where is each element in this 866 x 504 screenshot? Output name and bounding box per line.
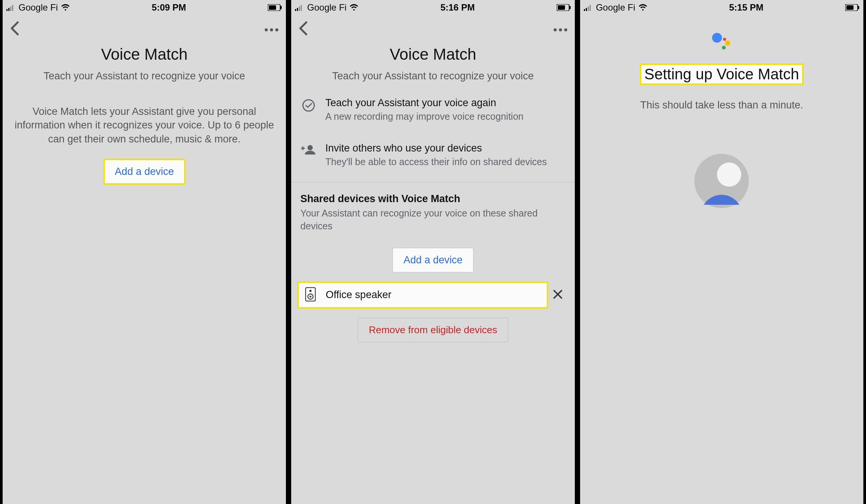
speaker-icon <box>305 287 316 303</box>
checkmark-circle-icon <box>300 97 317 112</box>
nav-bar <box>3 15 286 42</box>
clock-time: 5:15 PM <box>729 2 764 13</box>
cell-signal-icon <box>584 4 593 11</box>
voice-match-description: Voice Match lets your Assistant give you… <box>3 105 286 146</box>
cell-signal-icon <box>295 4 304 11</box>
svg-rect-10 <box>295 9 296 11</box>
battery-icon <box>268 4 282 11</box>
clock-time: 5:16 PM <box>441 2 475 13</box>
screen-2: Google Fi 5:16 PM Voice Match Teach your… <box>289 0 577 504</box>
person-add-icon <box>300 142 317 155</box>
remove-device-button[interactable] <box>548 289 568 301</box>
add-device-button[interactable]: Add a device <box>104 159 185 184</box>
device-office-speaker[interactable]: Office speaker <box>298 282 547 308</box>
screen-3: Google Fi 5:15 PM Setting up Voice Match… <box>577 0 866 504</box>
svg-rect-2 <box>10 6 11 11</box>
svg-rect-16 <box>570 6 571 9</box>
svg-rect-30 <box>584 9 585 11</box>
clock-time: 5:09 PM <box>152 2 186 13</box>
back-button[interactable] <box>9 21 19 36</box>
status-bar: Google Fi 5:16 PM <box>291 0 574 15</box>
svg-rect-36 <box>858 6 859 9</box>
option-subtitle: A new recording may improve voice recogn… <box>325 110 565 123</box>
svg-rect-35 <box>846 5 854 10</box>
svg-rect-12 <box>299 6 300 11</box>
shared-devices-header: Shared devices with Voice Match <box>291 182 574 207</box>
battery-icon <box>557 4 571 11</box>
wifi-icon <box>61 4 70 11</box>
remove-from-eligible-button[interactable]: Remove from eligible devices <box>358 318 508 342</box>
svg-point-9 <box>275 28 278 31</box>
device-name-label: Office speaker <box>326 289 391 301</box>
option-teach-again[interactable]: Teach your Assistant your voice again A … <box>291 93 574 127</box>
page-title: Voice Match <box>101 45 188 63</box>
google-assistant-logo-icon <box>711 32 732 51</box>
wifi-icon <box>638 4 647 11</box>
status-bar: Google Fi 5:15 PM <box>580 0 863 15</box>
svg-point-19 <box>564 28 567 31</box>
shared-devices-desc: Your Assistant can recognize your voice … <box>291 207 574 233</box>
svg-point-7 <box>265 28 268 31</box>
svg-rect-0 <box>6 9 8 11</box>
svg-point-42 <box>717 162 741 187</box>
battery-icon <box>845 4 860 11</box>
carrier-label: Google Fi <box>19 2 58 13</box>
screen-1: Google Fi 5:09 PM Voice Match Teach your… <box>0 0 289 504</box>
svg-point-37 <box>712 33 722 43</box>
page-subtitle: Teach your Assistant to recognize your v… <box>43 70 245 82</box>
svg-point-17 <box>554 28 557 31</box>
svg-rect-31 <box>586 8 587 11</box>
add-device-button[interactable]: Add a device <box>393 248 473 272</box>
cell-signal-icon <box>6 4 16 11</box>
carrier-label: Google Fi <box>596 2 635 13</box>
option-subtitle: They'll be able to access their info on … <box>325 156 565 168</box>
svg-rect-1 <box>8 8 9 11</box>
svg-rect-11 <box>297 8 298 11</box>
status-bar: Google Fi 5:09 PM <box>3 0 286 15</box>
back-button[interactable] <box>298 21 308 36</box>
svg-point-18 <box>559 28 562 31</box>
svg-rect-33 <box>590 5 591 11</box>
svg-rect-13 <box>301 5 302 11</box>
svg-point-38 <box>723 38 726 41</box>
nav-bar <box>291 15 574 42</box>
setup-title: Setting up Voice Match <box>641 64 803 84</box>
option-invite-others[interactable]: Invite others who use your devices They'… <box>291 138 574 173</box>
option-title: Invite others who use your devices <box>325 142 565 154</box>
setup-subtitle: This should take less than a minute. <box>640 99 803 111</box>
more-menu-button[interactable] <box>553 22 568 35</box>
more-menu-button[interactable] <box>264 22 279 35</box>
page-subtitle: Teach your Assistant to recognize your v… <box>332 70 534 82</box>
carrier-label: Google Fi <box>307 2 346 13</box>
svg-point-20 <box>303 100 314 111</box>
page-title: Voice Match <box>390 45 476 63</box>
svg-rect-15 <box>558 5 565 10</box>
svg-rect-3 <box>12 5 13 11</box>
loading-avatar-icon <box>693 153 750 209</box>
wifi-icon <box>349 4 359 11</box>
svg-rect-23 <box>303 146 304 150</box>
svg-point-21 <box>307 145 313 150</box>
svg-point-27 <box>310 295 312 297</box>
svg-point-8 <box>270 28 273 31</box>
svg-point-39 <box>725 40 730 46</box>
svg-rect-5 <box>269 5 276 10</box>
option-title: Teach your Assistant your voice again <box>325 97 565 109</box>
svg-point-25 <box>309 290 312 292</box>
svg-point-40 <box>722 46 726 49</box>
svg-rect-6 <box>281 6 282 9</box>
svg-rect-32 <box>588 6 589 11</box>
